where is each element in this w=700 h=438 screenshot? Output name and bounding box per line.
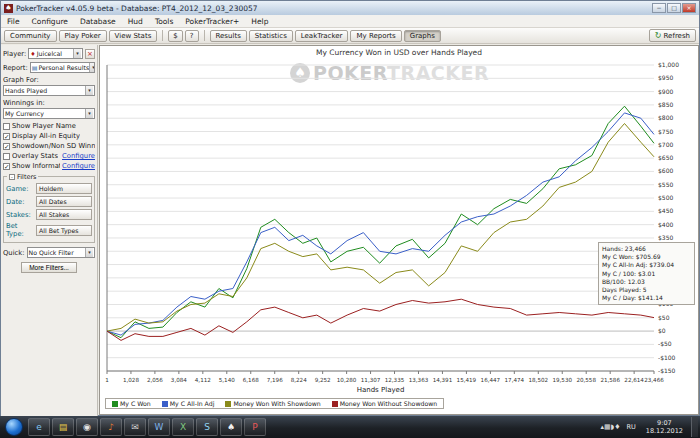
- chevron-down-icon[interactable]: [85, 109, 93, 118]
- menu-help[interactable]: Help: [250, 17, 269, 26]
- menu-tools[interactable]: Tools: [154, 17, 174, 26]
- help-button[interactable]: ?: [185, 30, 199, 42]
- clear-player-button[interactable]: [85, 49, 95, 59]
- chevron-down-icon[interactable]: [73, 49, 81, 58]
- taskbar-clock[interactable]: 9:07 18.12.2012: [642, 419, 687, 435]
- svg-text:-$100: -$100: [658, 354, 676, 361]
- winnings-in-value: My Currency: [5, 110, 44, 117]
- word-app-icon[interactable]: W: [148, 418, 170, 436]
- windows-taskbar: e▤◉♪✉WXS♠P ▴▦◗♦ RU 9:07 18.12.2012: [0, 416, 700, 438]
- community-button[interactable]: Community: [4, 30, 57, 42]
- screen: PokerTracker v4.05.9 beta - Database: PT…: [0, 0, 700, 438]
- showdown-winnings-checkbox[interactable]: ✓: [3, 143, 10, 150]
- display-allin-equity-checkbox[interactable]: ✓: [3, 133, 10, 140]
- show-desktop-button[interactable]: [691, 417, 698, 437]
- checkbox-label: Show Player Name: [12, 122, 76, 130]
- report-select[interactable]: Personal Results: [30, 62, 95, 73]
- svg-text:$50: $50: [658, 314, 670, 321]
- refresh-button[interactable]: Refresh: [649, 29, 696, 42]
- pokertracker-app-icon[interactable]: P: [244, 418, 266, 436]
- svg-text:12,335: 12,335: [385, 377, 405, 383]
- svg-text:22,614: 22,614: [624, 377, 644, 383]
- filters-collapse-toggle[interactable]: -: [9, 174, 15, 180]
- menu-bar: File Configure Database Hud Tools PokerT…: [1, 15, 699, 28]
- tab-graphs[interactable]: Graphs: [404, 30, 441, 42]
- info-my-c-won: My C Won: $705.69: [602, 253, 691, 261]
- checkbox-label: Overlay Stats: [12, 152, 58, 160]
- excel-app-icon[interactable]: X: [172, 418, 194, 436]
- stakes-filter-button[interactable]: All Stakes: [36, 209, 92, 220]
- toolbar: Community Play Poker View Stats $ ? Resu…: [1, 28, 699, 44]
- bet-type-filter-label: Bet Type:: [6, 222, 34, 238]
- currency-button[interactable]: $: [168, 30, 182, 42]
- browser-icon[interactable]: e: [28, 418, 50, 436]
- mail-app-icon[interactable]: ✉: [124, 418, 146, 436]
- winnings-in-select[interactable]: My Currency: [3, 108, 95, 119]
- info-hands: Hands: 23,466: [602, 245, 691, 253]
- svg-text:$600: $600: [658, 167, 673, 174]
- chevron-down-icon[interactable]: [85, 248, 93, 257]
- start-button[interactable]: [5, 418, 23, 436]
- svg-text:18,502: 18,502: [528, 377, 548, 383]
- info-allin-adj: My C All-In Adj: $739.04: [602, 261, 691, 269]
- svg-text:3,084: 3,084: [171, 377, 187, 383]
- checkbox-row-show-player-name: Show Player Name: [3, 122, 95, 130]
- chevron-down-icon[interactable]: [89, 63, 95, 72]
- tab-my-reports[interactable]: My Reports: [350, 30, 401, 42]
- view-stats-button[interactable]: View Stats: [109, 30, 158, 42]
- show-player-name-checkbox[interactable]: [3, 123, 10, 130]
- date-filter-button[interactable]: All Dates: [36, 196, 92, 207]
- overlay-stats-checkbox[interactable]: [3, 153, 10, 160]
- tab-statistics[interactable]: Statistics: [249, 30, 293, 42]
- chat-app-icon[interactable]: S: [196, 418, 218, 436]
- maximize-button[interactable]: [667, 3, 681, 13]
- graph-info-box: Hands: 23,466 My C Won: $705.69 My C All…: [598, 242, 695, 305]
- legend-swatch: [225, 401, 231, 407]
- svg-text:23,466: 23,466: [644, 377, 664, 383]
- media-player-icon[interactable]: ◉: [76, 418, 98, 436]
- svg-text:7,196: 7,196: [267, 377, 283, 383]
- info-bb-100: BB/100: 12.03: [602, 278, 691, 286]
- menu-pokertracker-plus[interactable]: PokerTracker+: [184, 17, 240, 26]
- network-tray-icon[interactable]: ♦: [614, 423, 620, 431]
- bet-type-filter-button[interactable]: All Bet Types: [36, 225, 92, 236]
- more-filters-button[interactable]: More Filters...: [21, 262, 77, 273]
- tab-leaktracker[interactable]: LeakTracker: [295, 30, 349, 42]
- language-indicator[interactable]: RU: [625, 423, 638, 431]
- winnings-graph[interactable]: $1,000$950$900$850$800$750$700$650$600$5…: [101, 59, 698, 397]
- play-poker-button[interactable]: Play Poker: [59, 30, 107, 42]
- player-select[interactable]: Juicelcal: [28, 48, 83, 59]
- close-button[interactable]: [682, 3, 696, 13]
- information-box-configure-link[interactable]: Configure: [62, 162, 95, 170]
- legend-swatch: [332, 401, 338, 407]
- minimize-button[interactable]: [652, 3, 666, 13]
- checkbox-row-show-information-box: ✓ Show Information Box Configure: [3, 162, 95, 170]
- report-icon: [32, 64, 38, 71]
- clock-time: 9:07: [646, 419, 683, 427]
- title-bar[interactable]: PokerTracker v4.05.9 beta - Database: PT…: [1, 1, 699, 15]
- svg-text:$550: $550: [658, 181, 673, 188]
- poker-client-icon[interactable]: ♠: [220, 418, 242, 436]
- update-tray-icon[interactable]: ▦: [604, 423, 611, 431]
- quick-filter-select[interactable]: No Quick Filter: [27, 247, 95, 258]
- game-filter-button[interactable]: Holdem: [36, 183, 92, 194]
- menu-file[interactable]: File: [6, 17, 21, 26]
- menu-configure[interactable]: Configure: [31, 17, 69, 26]
- svg-text:10,280: 10,280: [337, 377, 357, 383]
- overlay-stats-configure-link[interactable]: Configure: [62, 152, 95, 160]
- report-value: Personal Results: [39, 64, 90, 71]
- legend-with-showdown: Money Won With Showdown: [225, 400, 320, 407]
- menu-database[interactable]: Database: [79, 17, 117, 26]
- graph-for-select[interactable]: Hands Played: [3, 85, 95, 96]
- svg-text:1,028: 1,028: [123, 377, 139, 383]
- graph-for-label: Graph For:: [3, 76, 95, 84]
- menu-hud[interactable]: Hud: [127, 17, 144, 26]
- show-information-box-checkbox[interactable]: ✓: [3, 163, 10, 170]
- music-app-icon[interactable]: ♪: [100, 418, 122, 436]
- svg-text:$650: $650: [658, 154, 673, 161]
- player-icon: [30, 50, 35, 57]
- tab-results[interactable]: Results: [210, 30, 247, 42]
- chevron-down-icon[interactable]: [85, 86, 93, 95]
- refresh-icon: [655, 31, 662, 40]
- folder-icon[interactable]: ▤: [52, 418, 74, 436]
